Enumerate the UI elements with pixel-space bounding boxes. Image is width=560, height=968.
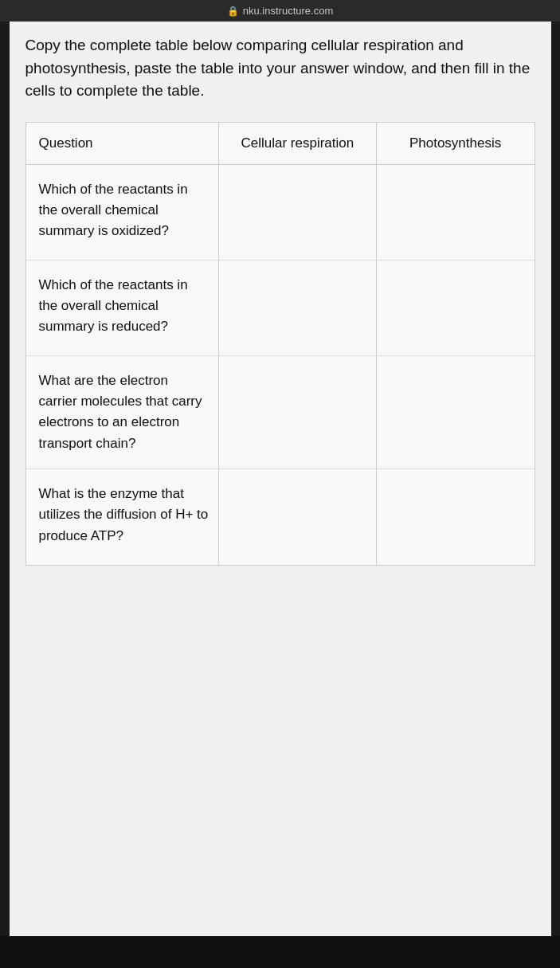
question-3: What are the electron carrier molecules … [26, 356, 219, 468]
table-row: Which of the reactants in the overall ch… [26, 165, 535, 261]
question-4: What is the enzyme that utilizes the dif… [26, 469, 219, 565]
url-label: nku.instructure.com [243, 5, 333, 17]
cellular-respiration-header: Cellular respiration [219, 123, 377, 164]
answer-ps-4 [377, 469, 535, 565]
answer-ps-3 [377, 356, 535, 468]
top-bar: 🔒 nku.instructure.com [0, 0, 560, 22]
answer-cr-1 [219, 165, 377, 260]
comparison-table: Question Cellular respiration Photosynth… [25, 122, 535, 566]
table-row: What is the enzyme that utilizes the dif… [26, 469, 535, 565]
page-container: Copy the complete table below comparing … [10, 22, 551, 936]
question-1: Which of the reactants in the overall ch… [26, 165, 219, 260]
table-header-row: Question Cellular respiration Photosynth… [26, 123, 535, 165]
answer-ps-2 [377, 261, 535, 355]
question-2: Which of the reactants in the overall ch… [26, 261, 219, 355]
table-row: What are the electron carrier molecules … [26, 356, 535, 469]
table-row: Which of the reactants in the overall ch… [26, 261, 535, 356]
answer-cr-2 [219, 261, 377, 355]
answer-ps-1 [377, 165, 535, 260]
answer-cr-4 [219, 469, 377, 565]
answer-cr-3 [219, 356, 377, 468]
bottom-bar [0, 936, 560, 968]
lock-icon: 🔒 [227, 6, 239, 17]
instructions-text: Copy the complete table below comparing … [25, 34, 535, 103]
photosynthesis-header: Photosynthesis [377, 123, 535, 164]
question-header: Question [26, 123, 219, 164]
